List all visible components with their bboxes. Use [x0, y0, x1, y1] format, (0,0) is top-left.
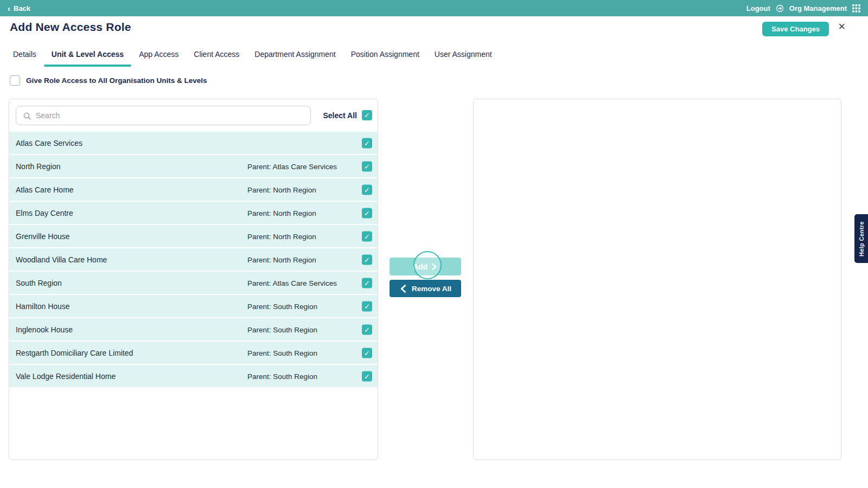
right-panel: [473, 99, 841, 460]
topbar-right: Logout Org Management: [746, 4, 860, 12]
unit-name: Woodland Villa Care Home: [16, 255, 107, 264]
unit-row[interactable]: North Region Parent: Atlas Care Services: [9, 155, 378, 178]
unit-parent: Parent: South Region: [247, 302, 317, 310]
unit-name: Vale Lodge Residential Home: [16, 372, 116, 381]
unit-name: Inglenook House: [16, 325, 73, 334]
unit-row[interactable]: Vale Lodge Residential Home Parent: Sout…: [9, 365, 378, 388]
tab-label: Position Assignment: [351, 50, 419, 59]
unit-name: Elms Day Centre: [16, 209, 73, 217]
left-panel: Select All Atlas Care Services North Reg…: [9, 99, 378, 460]
left-panel-header: Select All: [9, 99, 378, 132]
tab-app-access[interactable]: App Access: [131, 44, 186, 67]
unit-parent: Parent: South Region: [247, 372, 317, 380]
tab-client-access[interactable]: Client Access: [186, 44, 247, 67]
unit-row[interactable]: Inglenook House Parent: South Region: [9, 318, 378, 342]
remove-all-button[interactable]: Remove All: [390, 280, 461, 297]
unit-name: North Region: [16, 162, 61, 171]
unit-checkbox[interactable]: [362, 278, 372, 288]
search-input[interactable]: [36, 111, 310, 120]
tab-label: Details: [13, 50, 36, 59]
unit-checkbox[interactable]: [362, 324, 372, 335]
unit-parent: Parent: South Region: [247, 349, 317, 357]
remove-all-label: Remove All: [412, 285, 451, 293]
org-management-label: Org Management: [789, 4, 847, 12]
help-centre-tab[interactable]: Help Centre: [854, 214, 868, 263]
topbar: ‹ Back Logout Org Management: [0, 0, 868, 16]
back-button[interactable]: ‹ Back: [8, 4, 30, 12]
tabs: DetailsUnit & Level AccessApp AccessClie…: [5, 44, 500, 67]
unit-checkbox[interactable]: [362, 301, 372, 311]
tab-label: Client Access: [194, 50, 239, 59]
unit-row[interactable]: South Region Parent: Atlas Care Services: [9, 272, 378, 295]
add-button-label: Add: [413, 262, 427, 271]
tab-position-assignment[interactable]: Position Assignment: [343, 44, 427, 67]
unit-row[interactable]: Hamilton House Parent: South Region: [9, 295, 378, 318]
tab-department-assignment[interactable]: Department Assignment: [247, 44, 343, 67]
all-access-label: Give Role Access to All Organisation Uni…: [26, 76, 207, 85]
unit-checkbox[interactable]: [362, 208, 372, 218]
tab-details[interactable]: Details: [5, 44, 44, 67]
select-all-row: Select All: [323, 110, 372, 120]
select-all-label: Select All: [323, 111, 357, 120]
unit-checkbox[interactable]: [362, 231, 372, 241]
unit-checkbox[interactable]: [362, 371, 372, 381]
transfer-controls: Add Remove All: [390, 251, 461, 298]
tab-label: User Assignment: [435, 50, 492, 59]
close-icon[interactable]: ×: [838, 21, 845, 33]
chevron-left-icon: [399, 284, 407, 293]
apps-grid-icon[interactable]: [852, 4, 860, 12]
all-access-row: Give Role Access to All Organisation Uni…: [10, 75, 207, 86]
unit-row[interactable]: Woodland Villa Care Home Parent: North R…: [9, 248, 378, 272]
unit-row[interactable]: Atlas Care Home Parent: North Region: [9, 178, 378, 202]
unit-parent: Parent: North Region: [247, 209, 316, 217]
unit-row[interactable]: Atlas Care Services: [9, 132, 378, 155]
unit-name: South Region: [16, 279, 62, 287]
unit-parent: Parent: Atlas Care Services: [247, 162, 337, 170]
logout-button[interactable]: Logout: [746, 4, 770, 12]
unit-parent: Parent: North Region: [247, 232, 316, 240]
unit-checkbox[interactable]: [362, 348, 372, 358]
unit-parent: Parent: Atlas Care Services: [247, 279, 337, 287]
unit-name: Restgarth Domiciliary Care Limited: [16, 349, 133, 357]
unit-row[interactable]: Restgarth Domiciliary Care Limited Paren…: [9, 342, 378, 365]
search-box: [16, 106, 311, 125]
save-changes-button[interactable]: Save Changes: [762, 22, 829, 36]
select-all-checkbox[interactable]: [362, 110, 372, 120]
tab-label: Unit & Level Access: [52, 50, 124, 59]
unit-checkbox[interactable]: [362, 138, 372, 148]
chevron-right-icon: [430, 263, 438, 271]
unit-checkbox[interactable]: [362, 184, 372, 195]
tab-unit-level-access[interactable]: Unit & Level Access: [44, 44, 131, 67]
page-title: Add New Access Role: [10, 21, 131, 34]
unit-parent: Parent: North Region: [247, 185, 316, 194]
unit-list: Atlas Care Services North Region Parent:…: [9, 132, 378, 388]
logout-icon[interactable]: [776, 4, 784, 12]
tab-user-assignment[interactable]: User Assignment: [427, 44, 500, 67]
add-button[interactable]: Add: [390, 258, 461, 275]
unit-parent: Parent: North Region: [247, 255, 316, 264]
unit-parent: Parent: South Region: [247, 325, 317, 333]
unit-name: Hamilton House: [16, 302, 70, 311]
tab-label: Department Assignment: [254, 50, 335, 59]
unit-name: Atlas Care Home: [16, 185, 74, 194]
unit-row[interactable]: Elms Day Centre Parent: North Region: [9, 202, 378, 225]
all-access-checkbox[interactable]: [10, 75, 20, 86]
unit-row[interactable]: Grenville House Parent: North Region: [9, 225, 378, 248]
back-label: Back: [14, 4, 30, 12]
unit-checkbox[interactable]: [362, 254, 372, 265]
search-icon: [23, 112, 31, 120]
tab-label: App Access: [139, 50, 178, 59]
unit-name: Atlas Care Services: [16, 139, 82, 147]
unit-checkbox[interactable]: [362, 161, 372, 171]
back-chevron-icon: ‹: [8, 4, 10, 12]
unit-name: Grenville House: [16, 232, 70, 241]
